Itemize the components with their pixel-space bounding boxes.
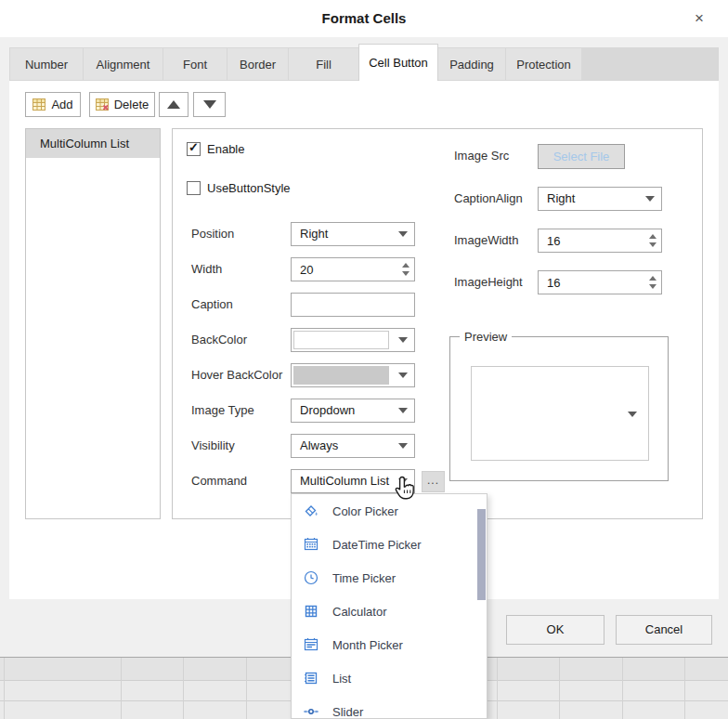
- close-icon[interactable]: ×: [689, 8, 709, 29]
- tab-strip-filler: [581, 47, 719, 81]
- preview-cell: [471, 366, 649, 461]
- popup-scrollbar-thumb[interactable]: [477, 509, 486, 600]
- preview-dropdown-arrow-icon: [628, 412, 637, 417]
- add-grid-icon: [32, 98, 46, 111]
- color-picker-icon: [303, 503, 319, 519]
- image-type-combobox[interactable]: Dropdown: [291, 399, 415, 423]
- chevron-down-icon: [392, 399, 414, 422]
- ok-button[interactable]: OK: [506, 615, 604, 645]
- position-label: Position: [191, 222, 234, 246]
- width-stepper[interactable]: [291, 257, 415, 281]
- backcolor-swatch: [293, 331, 389, 349]
- visibility-label: Visibility: [191, 434, 235, 458]
- hover-backcolor-swatch: [293, 366, 389, 385]
- delete-button[interactable]: Delete: [89, 92, 155, 117]
- dropdown-item-month-picker[interactable]: Month Picker: [292, 628, 487, 661]
- chevron-down-icon: [392, 223, 414, 245]
- command-more-button[interactable]: ...: [422, 471, 445, 492]
- image-width-label: ImageWidth: [454, 229, 518, 253]
- image-height-stepper[interactable]: [538, 270, 662, 294]
- position-combobox[interactable]: Right: [291, 222, 415, 246]
- list-item[interactable]: MultiColumn List: [26, 129, 160, 158]
- chevron-down-icon: [392, 329, 414, 351]
- move-up-button[interactable]: [159, 92, 188, 117]
- usebuttonstyle-label: UseButtonStyle: [207, 181, 291, 195]
- enable-label: Enable: [207, 142, 244, 156]
- usebuttonstyle-checkbox[interactable]: [187, 181, 201, 195]
- down-arrow-icon: [203, 100, 216, 109]
- dialog-title: Format Cells: [0, 0, 728, 37]
- stepper-arrows-icon[interactable]: [644, 271, 661, 294]
- visibility-combobox[interactable]: Always: [291, 434, 415, 458]
- image-width-input[interactable]: [539, 229, 637, 252]
- enable-checkbox-row: ✓ Enable: [187, 141, 244, 156]
- delete-grid-icon: [96, 98, 109, 111]
- dropdown-item-calculator[interactable]: Calculator: [292, 595, 487, 628]
- dialog-titlebar: Format Cells ×: [0, 0, 728, 37]
- add-button[interactable]: Add: [25, 92, 81, 117]
- select-file-button[interactable]: Select File: [538, 144, 625, 169]
- dropdown-item-slider[interactable]: Slider: [292, 695, 487, 719]
- tab-border[interactable]: Border: [227, 47, 289, 81]
- cursor-pointer-icon: [394, 476, 418, 506]
- tab-fill[interactable]: Fill: [288, 47, 359, 81]
- image-type-label: Image Type: [191, 399, 254, 423]
- usebuttonstyle-checkbox-row: UseButtonStyle: [187, 180, 291, 195]
- format-cells-dialog: Format Cells × Number Alignment Font Bor…: [0, 0, 728, 719]
- chevron-down-icon: [392, 364, 414, 386]
- slider-icon: [303, 703, 319, 719]
- month-picker-icon: [303, 636, 319, 653]
- backcolor-picker[interactable]: [291, 328, 415, 352]
- up-arrow-icon: [167, 100, 180, 109]
- chevron-down-icon: [392, 435, 414, 457]
- caption-textbox: [291, 293, 415, 317]
- stepper-arrows-icon[interactable]: [397, 258, 414, 281]
- preview-legend: Preview: [460, 329, 512, 345]
- hover-backcolor-picker[interactable]: [291, 363, 415, 387]
- move-down-button[interactable]: [193, 92, 226, 117]
- chevron-down-icon: [639, 188, 661, 210]
- datetime-picker-icon: [303, 536, 319, 553]
- list-icon: [303, 670, 319, 686]
- caption-label: Caption: [191, 293, 233, 317]
- caption-input[interactable]: [292, 294, 414, 316]
- time-picker-icon: [303, 569, 319, 586]
- tab-number[interactable]: Number: [9, 47, 84, 81]
- cell-button-list: MultiColumn List: [25, 128, 161, 519]
- hover-backcolor-label: Hover BackColor: [191, 363, 282, 387]
- image-width-stepper[interactable]: [538, 229, 662, 253]
- image-height-label: ImageHeight: [454, 270, 523, 294]
- dropdown-item-time-picker[interactable]: Time Picker: [292, 561, 487, 595]
- tab-strip: Number Alignment Font Border Fill Cell B…: [9, 47, 719, 81]
- stepper-arrows-icon[interactable]: [644, 229, 661, 252]
- caption-align-combobox[interactable]: Right: [538, 187, 662, 211]
- dropdown-item-color-picker[interactable]: Color Picker: [292, 494, 487, 528]
- cancel-button[interactable]: Cancel: [616, 615, 712, 645]
- caption-align-label: CaptionAlign: [454, 187, 523, 211]
- command-dropdown-popup: Color Picker DateTime Picker Time Picker…: [291, 493, 488, 719]
- tab-cell-button[interactable]: Cell Button: [358, 44, 438, 81]
- preview-groupbox: Preview: [449, 336, 669, 481]
- dropdown-item-datetime-picker[interactable]: DateTime Picker: [292, 528, 487, 561]
- width-input[interactable]: [292, 258, 390, 281]
- dropdown-item-list[interactable]: List: [292, 661, 487, 695]
- command-label: Command: [191, 469, 247, 493]
- image-src-label: Image Src: [454, 144, 509, 168]
- image-height-input[interactable]: [539, 271, 637, 294]
- backcolor-label: BackColor: [191, 328, 247, 352]
- calculator-icon: [303, 603, 319, 620]
- tab-alignment[interactable]: Alignment: [83, 47, 163, 81]
- tab-protection[interactable]: Protection: [505, 47, 582, 81]
- enable-checkbox[interactable]: ✓: [187, 142, 201, 156]
- properties-panel: ✓ Enable UseButtonStyle Position Right W…: [172, 128, 703, 519]
- tab-padding[interactable]: Padding: [437, 47, 506, 81]
- width-label: Width: [191, 257, 222, 281]
- tab-font[interactable]: Font: [162, 47, 228, 81]
